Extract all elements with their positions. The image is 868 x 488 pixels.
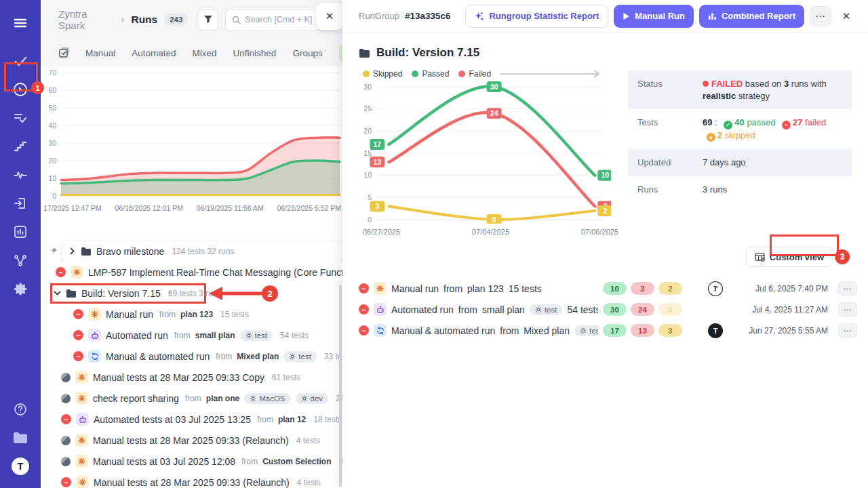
panel-close-button[interactable]: ✕ bbox=[316, 3, 343, 30]
tab-automated[interactable]: Automated bbox=[132, 48, 176, 58]
failed-status-icon: − bbox=[61, 477, 71, 487]
run-row[interactable]: −Automated tests at 03 Jul 2025 13:25fro… bbox=[41, 409, 342, 430]
partial-status-icon bbox=[61, 373, 71, 382]
import-icon[interactable] bbox=[7, 191, 34, 216]
run-row[interactable]: −Manual tests at 28 Mar 2025 09:33 (Rela… bbox=[41, 472, 342, 488]
plan-name: plan one bbox=[206, 394, 239, 403]
tasks-check-icon[interactable] bbox=[7, 49, 34, 73]
tab-groups[interactable]: Groups bbox=[292, 48, 322, 58]
breadcrumb-project[interactable]: Zyntra Spark bbox=[58, 8, 115, 31]
manual-run-button[interactable]: Manual Run bbox=[614, 5, 694, 28]
rungroup-body: Skipped Passed Failed 051015202530173010… bbox=[342, 64, 868, 236]
tag-chip: test bbox=[283, 351, 317, 362]
manual-run-icon bbox=[374, 282, 387, 295]
from-label: from bbox=[159, 310, 176, 319]
rungroup-id: #13a335c6 bbox=[405, 11, 451, 21]
svg-text:20: 20 bbox=[48, 157, 56, 165]
row-more-button[interactable]: ⋯ bbox=[838, 323, 857, 338]
x-tick-label: 07/06/2025 bbox=[581, 228, 618, 236]
run-row[interactable]: −LMP-587 Implement Real-Time Chat Messag… bbox=[41, 262, 342, 283]
row-more-button[interactable]: ⋯ bbox=[838, 302, 857, 317]
svg-text:25: 25 bbox=[363, 104, 372, 113]
manual-run-icon bbox=[75, 434, 88, 447]
pulse-icon[interactable] bbox=[7, 163, 34, 187]
rungroup-statistic-report-button[interactable]: Rungroup Statistic Report bbox=[465, 5, 608, 28]
rungroup-chart-x-labels: 06/27/202507/04/202507/06/2025 bbox=[359, 226, 620, 236]
combined-report-button[interactable]: Combined Report bbox=[699, 5, 804, 28]
run-row[interactable]: −Automated runfromsmall plantest54 tests bbox=[41, 325, 342, 346]
analytics-icon[interactable] bbox=[7, 220, 34, 244]
run-row[interactable]: −Manual runfromplan 12315 tests bbox=[41, 304, 342, 325]
chevron-right-icon[interactable] bbox=[68, 247, 76, 255]
manual-run-icon bbox=[75, 455, 88, 468]
close-icon: ✕ bbox=[326, 10, 334, 22]
svg-text:10: 10 bbox=[48, 174, 56, 182]
rungroup-title-row: Build: Version 7.15 bbox=[342, 33, 868, 64]
custom-view-button[interactable]: Custom view bbox=[746, 247, 833, 267]
tag-gear-icon bbox=[250, 395, 256, 402]
avatar: T bbox=[707, 280, 724, 297]
run-title: Automated tests at 03 Jul 2025 13:25 bbox=[94, 414, 251, 425]
detail-close-button[interactable]: ✕ bbox=[837, 7, 856, 26]
help-icon[interactable] bbox=[7, 397, 34, 422]
bulk-edit-icon[interactable] bbox=[58, 47, 69, 58]
run-row[interactable]: Manual tests at 28 Mar 2025 09:33 (Relau… bbox=[41, 430, 342, 451]
test-lists-icon[interactable] bbox=[7, 106, 34, 130]
tests-count: 54 tests bbox=[567, 304, 598, 315]
automated-run-icon bbox=[76, 413, 89, 426]
run-group-row[interactable]: Build: Version 7.1569 tests 3 runs bbox=[41, 283, 342, 304]
run-title: Manual & automated run bbox=[106, 351, 210, 362]
failed-minus-icon: − bbox=[782, 121, 791, 129]
from-label: from bbox=[443, 283, 462, 294]
runs-panel: Zyntra Spark › Runs 243 ✕ Manual Automat… bbox=[41, 0, 342, 488]
run-row[interactable]: −Manual & automated runfromMixed plantes… bbox=[41, 346, 342, 367]
columns-settings-icon[interactable] bbox=[840, 250, 850, 264]
run-group-row[interactable]: Bravo milestone124 tests 32 runs bbox=[41, 241, 342, 262]
chevron-down-icon[interactable] bbox=[53, 291, 61, 296]
run-row[interactable]: Manual tests at 28 Mar 2025 09:33 Copy61… bbox=[41, 367, 342, 388]
runs-trend-chart: 010203040506070 17/2025 12:47 PM06/18/20… bbox=[41, 67, 342, 212]
custom-view-label: Custom view bbox=[770, 252, 824, 262]
menu-icon[interactable] bbox=[7, 11, 34, 35]
play-icon bbox=[623, 12, 630, 20]
folder-icon bbox=[359, 48, 370, 58]
from-label: from bbox=[257, 415, 273, 424]
run-row[interactable]: check report sharingfromplan oneMacOSdev… bbox=[41, 388, 342, 409]
user-avatar[interactable]: T bbox=[7, 454, 34, 479]
rungroup-run-row[interactable]: −Manual & automated runfromMixed plantes… bbox=[359, 320, 857, 341]
steps-icon[interactable] bbox=[7, 134, 34, 159]
run-date: Jul 6, 2025 7:40 PM bbox=[738, 284, 828, 293]
rungroup-run-row[interactable]: −Manual runfromplan 12315 tests1032TJul … bbox=[359, 278, 857, 299]
projects-folder-icon[interactable] bbox=[7, 426, 34, 450]
milestone-card[interactable]: Bravo milestone124 tests 32 runs bbox=[62, 241, 342, 262]
branches-icon[interactable] bbox=[7, 248, 34, 272]
tag-chip: test bbox=[574, 325, 598, 336]
tab-mixed[interactable]: Mixed bbox=[193, 48, 217, 58]
tab-manual[interactable]: Manual bbox=[85, 48, 115, 58]
run-title: LMP-587 Implement Real-Time Chat Messagi… bbox=[88, 267, 342, 278]
tests-count: 61 tests bbox=[272, 373, 300, 382]
run-title: Automated run bbox=[106, 330, 168, 341]
x-tick-label: 17/2025 12:47 PM bbox=[43, 204, 102, 212]
run-title: Automated run bbox=[391, 304, 454, 315]
manual-run-icon bbox=[88, 308, 101, 321]
settings-gear-icon[interactable] bbox=[7, 277, 34, 301]
rungroup-run-row[interactable]: −Automated runfromsmall plantest54 tests… bbox=[359, 299, 857, 320]
plan-name: Custom Selection bbox=[262, 457, 331, 466]
runs-tabs: Manual Automated Mixed Unfinished Groups… bbox=[41, 39, 342, 66]
run-row[interactable]: Manual tests at 03 Jul 2025 12:08fromCus… bbox=[41, 451, 342, 472]
runs-play-icon[interactable] bbox=[7, 77, 34, 102]
updated-label: Updated bbox=[637, 157, 703, 169]
tab-unfinished[interactable]: Unfinished bbox=[233, 48, 277, 58]
folder-icon bbox=[81, 247, 92, 256]
tests-count: 4 tests bbox=[297, 478, 321, 487]
passed-pill: 30 bbox=[603, 303, 627, 316]
scrollbar-thumb[interactable] bbox=[339, 285, 342, 487]
more-actions-button[interactable]: ⋯ bbox=[810, 6, 831, 26]
run-title: Manual & automated run bbox=[391, 325, 495, 336]
svg-text:15: 15 bbox=[363, 149, 372, 157]
row-more-button[interactable]: ⋯ bbox=[838, 281, 857, 296]
search-input[interactable] bbox=[245, 15, 326, 24]
filter-button[interactable] bbox=[197, 9, 218, 30]
info-row-tests: Tests 69 : ✓40 passed −27 failed ●2 skip… bbox=[628, 109, 852, 149]
